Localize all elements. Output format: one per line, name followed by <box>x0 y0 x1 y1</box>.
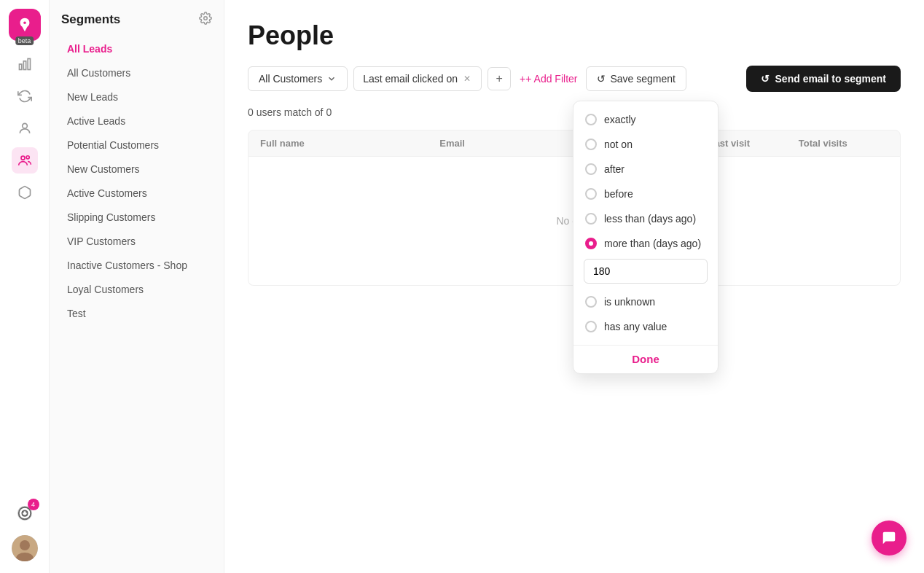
badge-count: 4 <box>28 499 39 510</box>
radio-more-than <box>585 238 597 249</box>
chevron-down-icon <box>326 74 337 84</box>
sidebar-item-all-leads[interactable]: All Leads <box>55 37 218 61</box>
option-is-unknown[interactable]: is unknown <box>573 289 718 314</box>
radio-before <box>585 188 597 200</box>
done-container: Done <box>573 345 718 373</box>
sidebar-item-active-leads[interactable]: Active Leads <box>55 109 218 133</box>
sidebar: Segments All Leads All Customers New Lea… <box>50 0 224 573</box>
save-icon: ↺ <box>597 73 606 85</box>
notifications-button[interactable]: 4 <box>12 500 38 526</box>
svg-point-4 <box>21 156 25 160</box>
filter-chip-email-clicked[interactable]: Last email clicked on ✕ <box>353 66 482 91</box>
nav-bottom: 4 <box>12 500 38 561</box>
radio-less-than <box>585 213 597 225</box>
radio-exactly <box>585 114 597 125</box>
svg-rect-0 <box>19 64 21 70</box>
plus-filter-icon: + <box>520 73 525 85</box>
col-last-visit: Last visit <box>709 138 799 149</box>
sidebar-item-inactive-shop[interactable]: Inactive Customers - Shop <box>55 254 218 277</box>
col-fullname: Full name <box>260 138 439 149</box>
sidebar-item-potential-customers[interactable]: Potential Customers <box>55 133 218 157</box>
remove-filter-icon[interactable]: ✕ <box>462 74 472 84</box>
sidebar-title: Segments <box>61 12 120 27</box>
sidebar-item-active-customers[interactable]: Active Customers <box>55 182 218 205</box>
send-icon: ↺ <box>761 73 770 85</box>
settings-icon[interactable] <box>199 12 212 28</box>
app-logo[interactable]: beta <box>9 9 41 41</box>
icon-nav: beta 4 <box>0 0 50 573</box>
chat-bubble-button[interactable] <box>872 521 907 556</box>
radio-has-any-value <box>585 321 597 332</box>
beta-badge: beta <box>15 36 34 45</box>
add-filter-button[interactable]: + + Add Filter <box>517 67 580 90</box>
radio-not-on <box>585 139 597 150</box>
products-icon[interactable] <box>12 179 38 206</box>
segments-list: All Leads All Customers New Leads Active… <box>50 36 224 326</box>
option-less-than[interactable]: less than (days ago) <box>573 206 718 231</box>
option-before[interactable]: before <box>573 182 718 206</box>
done-button[interactable]: Done <box>632 353 659 365</box>
automation-icon[interactable] <box>12 83 38 109</box>
col-total-visits: Total visits <box>799 138 888 149</box>
page-title: People <box>248 20 901 51</box>
sidebar-item-new-customers[interactable]: New Customers <box>55 157 218 181</box>
days-ago-input[interactable] <box>584 259 708 284</box>
radio-after <box>585 163 597 175</box>
contacts-icon[interactable] <box>12 115 38 141</box>
sidebar-item-loyal-customers[interactable]: Loyal Customers <box>55 278 218 301</box>
filter-options-dropdown: exactly not on after before less than (d… <box>573 101 719 374</box>
sidebar-header: Segments <box>50 12 224 36</box>
svg-rect-1 <box>23 61 26 70</box>
option-exactly[interactable]: exactly <box>573 107 718 132</box>
svg-point-3 <box>22 123 27 128</box>
col-email: Email <box>439 138 574 149</box>
option-more-than[interactable]: more than (days ago) <box>573 231 718 256</box>
save-segment-button[interactable]: ↺ Save segment <box>586 66 686 91</box>
sidebar-item-vip-customers[interactable]: VIP Customers <box>55 230 218 253</box>
svg-rect-2 <box>28 59 30 70</box>
option-not-on[interactable]: not on <box>573 132 718 157</box>
user-avatar[interactable] <box>12 535 38 561</box>
sidebar-item-new-leads[interactable]: New Leads <box>55 85 218 109</box>
radio-is-unknown <box>585 296 597 308</box>
sidebar-item-test[interactable]: Test <box>55 302 218 325</box>
toolbar: All Customers Last email clicked on ✕ + … <box>248 66 901 92</box>
add-filter-plus-button[interactable]: + <box>488 67 511 90</box>
svg-point-11 <box>20 540 30 550</box>
people-icon[interactable] <box>12 147 38 174</box>
svg-point-5 <box>26 156 29 159</box>
segment-dropdown[interactable]: All Customers <box>248 66 348 91</box>
sidebar-item-all-customers[interactable]: All Customers <box>55 61 218 85</box>
svg-point-7 <box>18 507 31 520</box>
sidebar-item-slipping-customers[interactable]: Slipping Customers <box>55 206 218 229</box>
analytics-icon[interactable] <box>12 51 38 77</box>
send-email-button[interactable]: ↺ Send email to segment <box>746 66 901 92</box>
option-after[interactable]: after <box>573 157 718 182</box>
radio-more-than-inner <box>589 241 593 246</box>
filter-options-list: exactly not on after before less than (d… <box>573 101 718 345</box>
svg-point-13 <box>204 17 208 20</box>
option-has-any-value[interactable]: has any value <box>573 314 718 339</box>
main-content: People All Customers Last email clicked … <box>224 0 924 573</box>
